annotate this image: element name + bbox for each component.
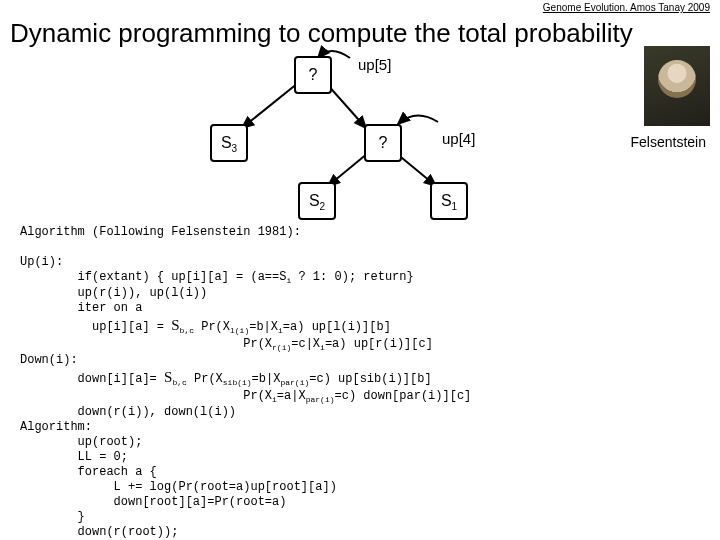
page-title: Dynamic programming to compute the total… [10,18,633,49]
code-seg: =a) up[l(i)][b] [283,320,391,334]
node-s3: S3 [210,124,248,162]
header-note: Genome Evolution. Amos Tanay 2009 [543,2,710,13]
svg-line-2 [328,153,368,186]
code-seg: Pr(X [20,337,272,351]
sigma-icon: S [171,317,179,333]
code-seg: =a|X [277,389,306,403]
code-line: L += log(Pr(root=a)up[root][a]) [20,480,337,494]
code-line: down(r(root)); [20,525,178,539]
label-up4: up[4] [442,130,475,147]
code-seg: ? 1: 0); return} [291,270,413,284]
code-seg: =c) down[par(i)][c] [334,389,471,403]
node-s1-text: S [441,192,452,209]
code-line: Algorithm: [20,420,92,434]
code-seg: Pr(X [194,320,230,334]
code-seg: Pr(X [20,389,272,403]
code-line: iter on a [20,301,142,315]
code-seg: =c|X [291,337,320,351]
node-s1-sub: 1 [452,201,458,212]
code-seg: up[i][a] = [20,320,171,334]
code-line: if(extant) { up[i][a] = (a==S [20,270,286,284]
code-line: } [20,510,85,524]
node-s3-sub: 3 [232,143,238,154]
node-root: ? [294,56,332,94]
code-line: down[root][a]=Pr(root=a) [20,495,286,509]
node-s2-sub: 2 [320,201,326,212]
code-sub: b,c [180,327,194,336]
code-sub: l(i) [230,327,249,336]
code-sub: par(i) [280,379,309,388]
label-up5: up[5] [358,56,391,73]
node-s1: S1 [430,182,468,220]
code-line: LL = 0; [20,450,128,464]
code-seg: =b|X [249,320,278,334]
svg-line-3 [396,153,436,186]
code-seg: Pr(X [187,372,223,386]
node-s2: S2 [298,182,336,220]
node-s2-text: S [309,192,320,209]
author-label: Felsentstein [631,134,706,150]
node-s3-text: S [221,134,232,151]
code-seg: =a) up[r(i)][c] [325,337,433,351]
author-photo [644,46,710,126]
svg-line-1 [326,83,366,128]
code-sub: par(i) [306,395,335,404]
code-line: down(r(i)), down(l(i)) [20,405,236,419]
svg-line-0 [242,83,298,128]
code-sub: b,c [172,379,186,388]
code-line: Up(i): [20,255,63,269]
code-line: foreach a { [20,465,157,479]
code-sub: sib(i) [223,379,252,388]
tree-diagram: ? up[5] S3 ? up[4] S2 S1 [180,50,540,210]
node-mid: ? [364,124,402,162]
code-line: Algorithm (Following Felsenstein 1981): [20,225,301,239]
code-line: up(r(i)), up(l(i)) [20,286,207,300]
code-line: Down(i): [20,353,78,367]
code-seg: =b|X [252,372,281,386]
code-sub: r(i) [272,343,291,352]
code-seg: down[i][a]= [20,372,164,386]
code-line: up(root); [20,435,142,449]
code-seg: =c) up[sib(i)][b] [309,372,431,386]
algorithm-code: Algorithm (Following Felsenstein 1981): … [20,225,471,540]
